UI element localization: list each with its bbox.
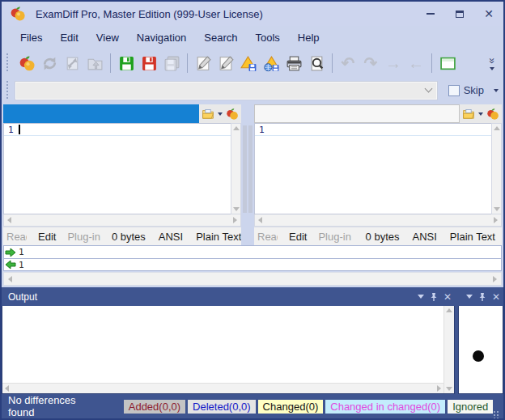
menu-help[interactable]: Help bbox=[289, 28, 329, 47]
diff-map-header[interactable]: ✕ bbox=[458, 287, 503, 306]
edit-second-button[interactable] bbox=[215, 53, 236, 74]
menu-search[interactable]: Search bbox=[195, 28, 246, 47]
scroll-up-icon[interactable] bbox=[494, 126, 500, 130]
recompare-button[interactable] bbox=[39, 53, 60, 74]
right-editor[interactable]: 1 bbox=[254, 123, 491, 214]
menu-edit[interactable]: Edit bbox=[51, 28, 87, 47]
scroll-left-icon[interactable] bbox=[258, 217, 262, 223]
left-browse-dropdown-icon[interactable] bbox=[218, 112, 223, 116]
search-combobox[interactable] bbox=[15, 82, 437, 100]
print-button[interactable] bbox=[283, 53, 304, 74]
scroll-left-icon[interactable] bbox=[7, 217, 11, 223]
scroll-left-icon[interactable] bbox=[5, 385, 9, 392]
right-file-size: 0 bytes bbox=[366, 231, 400, 243]
menu-navigation[interactable]: Navigation bbox=[128, 28, 195, 47]
panel-menu-icon[interactable] bbox=[466, 295, 473, 299]
right-browse-dropdown-icon[interactable] bbox=[478, 112, 483, 116]
left-editor[interactable]: 1 bbox=[3, 123, 231, 214]
scroll-right-icon[interactable] bbox=[494, 217, 498, 223]
right-browse-folder-icon[interactable] bbox=[462, 108, 475, 121]
left-readonly-indicator[interactable]: Read bbox=[6, 231, 27, 243]
next-difference-button[interactable]: → bbox=[383, 53, 404, 74]
edit-first-button[interactable] bbox=[193, 53, 214, 74]
menu-tools[interactable]: Tools bbox=[246, 28, 288, 47]
left-plugin-indicator[interactable]: Plug-in bbox=[67, 231, 100, 243]
save-diffs-button[interactable] bbox=[238, 53, 259, 74]
menu-bar: Files Edit View Navigation Search Tools … bbox=[2, 26, 503, 49]
right-edit-indicator[interactable]: Edit bbox=[289, 231, 307, 243]
combobox-dropdown-icon[interactable] bbox=[424, 85, 432, 93]
line-inspector-second[interactable]: 1 bbox=[3, 258, 502, 271]
compare-button[interactable] bbox=[16, 53, 37, 74]
diff-map-position-dot bbox=[473, 350, 484, 362]
redo-icon: ↷ bbox=[364, 55, 378, 71]
save-first-icon bbox=[118, 55, 135, 72]
output-hscrollbar[interactable] bbox=[2, 383, 443, 393]
panel-close-icon[interactable]: ✕ bbox=[492, 292, 500, 302]
redo-button[interactable]: ↷ bbox=[360, 53, 381, 74]
open-files-button[interactable] bbox=[84, 53, 105, 74]
left-browse-folder-icon[interactable] bbox=[202, 108, 214, 121]
save-diffs-web-button[interactable] bbox=[261, 53, 282, 74]
left-pane: 1 Read Edit Plug-in 0 bytes bbox=[3, 104, 241, 245]
searchbar-options-icon[interactable] bbox=[494, 89, 499, 92]
left-encoding[interactable]: ANSI bbox=[159, 231, 183, 243]
open-folder-up-icon bbox=[87, 55, 104, 72]
right-readonly-indicator[interactable]: Read bbox=[257, 231, 278, 243]
panel-close-icon[interactable]: ✕ bbox=[443, 292, 452, 302]
right-format[interactable]: Plain Text bbox=[450, 231, 495, 243]
left-edit-indicator[interactable]: Edit bbox=[38, 231, 56, 243]
left-path-field[interactable] bbox=[3, 104, 199, 123]
skip-checkbox[interactable] bbox=[448, 85, 460, 96]
scroll-up-icon[interactable] bbox=[446, 308, 452, 312]
diff-count-badges: Added(0,0) Deleted(0,0) Changed(0) Chang… bbox=[124, 400, 494, 414]
left-editor-hscrollbar[interactable] bbox=[3, 214, 241, 227]
save-first-button[interactable] bbox=[116, 53, 137, 74]
left-format[interactable]: Plain Text bbox=[196, 231, 241, 243]
output-panel-header[interactable]: Output ✕ bbox=[2, 287, 455, 306]
menu-view[interactable]: View bbox=[87, 28, 128, 47]
pane-splitter[interactable] bbox=[241, 104, 254, 245]
line-inspector-first[interactable]: 1 bbox=[3, 245, 502, 258]
toolbar-overflow-icon[interactable]: » bbox=[488, 57, 496, 63]
maximize-button[interactable] bbox=[445, 2, 474, 25]
save-both-button[interactable] bbox=[161, 53, 182, 74]
show-panes-button[interactable] bbox=[437, 53, 458, 74]
right-editor-hscrollbar[interactable] bbox=[254, 214, 502, 227]
toolbar-grip[interactable] bbox=[6, 81, 11, 100]
scroll-right-icon[interactable] bbox=[233, 217, 237, 223]
resize-grip-icon[interactable] bbox=[493, 410, 500, 418]
scroll-right-icon[interactable] bbox=[493, 276, 497, 282]
scroll-down-icon[interactable] bbox=[233, 207, 240, 211]
left-compare-icon[interactable] bbox=[226, 108, 239, 121]
left-editor-vscrollbar[interactable] bbox=[231, 123, 241, 214]
diff-map-body[interactable] bbox=[458, 306, 503, 394]
print-preview-button[interactable] bbox=[306, 53, 327, 74]
swap-panes-button[interactable] bbox=[62, 53, 83, 74]
menu-files[interactable]: Files bbox=[11, 28, 51, 47]
right-compare-icon[interactable] bbox=[486, 108, 499, 121]
inspector-hscrollbar[interactable] bbox=[3, 272, 502, 286]
right-encoding[interactable]: ANSI bbox=[413, 231, 437, 243]
toolbar-grip[interactable] bbox=[6, 53, 11, 73]
previous-difference-button[interactable]: ← bbox=[405, 53, 426, 74]
toolbar-options-icon[interactable] bbox=[490, 67, 494, 70]
right-path-field[interactable] bbox=[254, 104, 460, 123]
undo-button[interactable]: ↶ bbox=[337, 53, 359, 74]
scroll-down-icon[interactable] bbox=[494, 207, 500, 211]
panel-menu-icon[interactable] bbox=[418, 295, 424, 299]
save-second-button[interactable] bbox=[138, 53, 159, 74]
minimize-button[interactable] bbox=[416, 2, 445, 25]
output-vscrollbar[interactable] bbox=[443, 306, 454, 393]
output-content[interactable] bbox=[2, 306, 443, 383]
right-plugin-indicator[interactable]: Plug-in bbox=[318, 231, 350, 243]
pin-icon[interactable] bbox=[478, 292, 486, 302]
right-editor-vscrollbar[interactable] bbox=[491, 123, 502, 214]
pin-icon[interactable] bbox=[430, 292, 438, 302]
scroll-down-icon[interactable] bbox=[446, 387, 452, 391]
scroll-up-icon[interactable] bbox=[233, 126, 240, 130]
close-button[interactable]: ✕ bbox=[474, 2, 503, 25]
print-preview-icon bbox=[308, 55, 325, 72]
scroll-left-icon[interactable] bbox=[8, 276, 12, 282]
scroll-right-icon[interactable] bbox=[437, 385, 441, 392]
